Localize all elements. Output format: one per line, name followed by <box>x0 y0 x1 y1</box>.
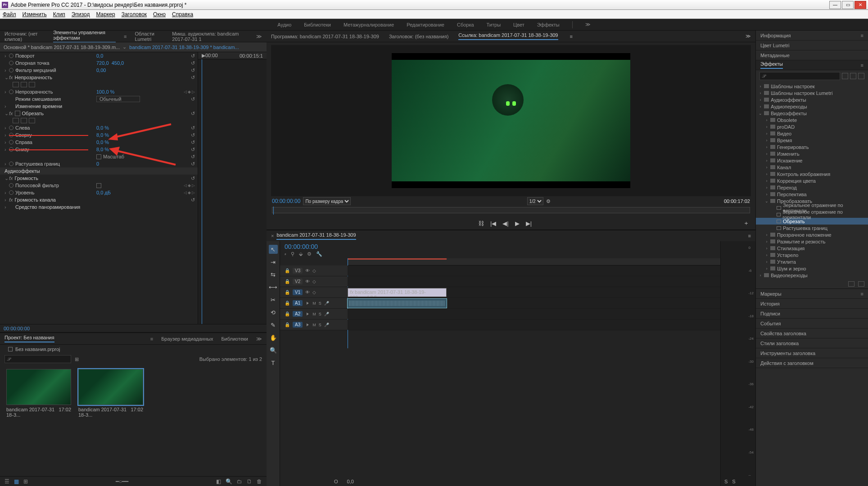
type-tool-icon[interactable]: T <box>269 358 278 367</box>
play-icon[interactable]: ▶ <box>515 220 520 227</box>
panel-menu-icon[interactable]: ≡ <box>570 34 573 39</box>
maximize-button[interactable]: ▭ <box>842 1 854 9</box>
new-item-icon[interactable]: 🗋 <box>247 478 252 485</box>
ws-assembly[interactable]: Сборка <box>457 22 474 27</box>
close-tab-icon[interactable]: × <box>271 233 274 238</box>
monitor-video[interactable] <box>392 53 630 188</box>
delete-icon[interactable]: 🗑 <box>257 478 262 485</box>
menu-window[interactable]: Окно <box>153 11 166 18</box>
program-playhead[interactable] <box>273 207 274 215</box>
find-icon[interactable]: 🔍 <box>226 478 232 485</box>
ec-playhead[interactable] <box>202 59 202 324</box>
crop-bottom-value[interactable]: 8,0 % <box>96 147 109 152</box>
ripple-tool-icon[interactable]: ⇆ <box>269 270 278 279</box>
project-item[interactable]: bandicam 2017-07-31 18-3...17:02 <box>78 369 143 418</box>
zoom-tool-icon[interactable]: 🔍 <box>269 346 278 355</box>
crop-top-value[interactable]: 8,0 % <box>96 132 109 138</box>
snap-icon[interactable]: ⸗ <box>285 251 286 257</box>
fx-toggle-icon[interactable] <box>15 111 20 116</box>
menu-edit[interactable]: Изменить <box>23 11 47 18</box>
ec-clip-link[interactable]: bandicam 2017-07-31 18-38-19-309 * bandi… <box>129 45 239 50</box>
ws-editing[interactable]: Редактирование <box>407 22 444 27</box>
linked-selection-icon[interactable]: ⚲ <box>291 251 294 257</box>
program-timecode[interactable]: 00:00:00:00 <box>272 198 300 204</box>
panel-menu-icon[interactable]: ≡ <box>748 233 751 238</box>
crop-right-value[interactable]: 0,0 % <box>96 140 109 145</box>
effects-search-input[interactable] <box>760 72 840 80</box>
solo-right[interactable]: S <box>732 479 735 484</box>
icon-view-icon[interactable]: ▦ <box>14 478 19 485</box>
bypass-checkbox[interactable] <box>96 183 101 188</box>
ec-keyframe-area[interactable]: ▶00:0000:00:15:1 <box>198 52 267 324</box>
audio-clip[interactable] <box>348 299 447 308</box>
track-select-tool-icon[interactable]: ⇥ <box>269 257 278 266</box>
ws-overflow-icon[interactable]: ≫ <box>585 22 591 27</box>
video-clip[interactable]: fx bandicam 2017-07-31 18-38-19-309.mp4 … <box>348 288 447 297</box>
close-button[interactable]: ✕ <box>854 1 866 9</box>
selection-tool-icon[interactable]: ↖ <box>269 245 278 254</box>
ws-metalogging[interactable]: Метажурналирование <box>344 22 394 27</box>
program-ruler[interactable] <box>272 207 750 213</box>
zoom-fit-dropdown[interactable]: По размеру кадра <box>303 197 351 205</box>
menu-clip[interactable]: Клип <box>53 11 65 18</box>
fx-badge-accel-icon[interactable] <box>842 73 848 79</box>
hand-tool-icon[interactable]: ✋ <box>269 333 278 342</box>
tab-program[interactable]: Программа: bandicam 2017-07-31 18-38-19-… <box>271 34 379 39</box>
delete-icon[interactable] <box>858 281 864 287</box>
project-search-input[interactable] <box>5 355 71 363</box>
menu-title[interactable]: Заголовок <box>122 11 147 18</box>
timeline-ruler[interactable] <box>348 258 720 266</box>
tab-project[interactable]: Проект: Без названия <box>5 335 54 342</box>
tabs-overflow-icon[interactable]: ≫ <box>256 33 262 40</box>
stopwatch-icon[interactable] <box>9 54 14 58</box>
ws-color[interactable]: Цвет <box>513 22 524 27</box>
lock-icon[interactable]: 🔒 <box>285 268 290 273</box>
toggle-output-icon[interactable]: 👁 <box>305 268 310 273</box>
rolling-tool-icon[interactable]: ⟷ <box>269 283 278 292</box>
ellipse-mask-icon[interactable] <box>13 82 19 87</box>
menu-marker[interactable]: Маркер <box>96 11 115 18</box>
pen-tool-icon[interactable]: ✎ <box>269 320 278 329</box>
fx-badge-yuv-icon[interactable] <box>858 73 864 79</box>
settings-icon[interactable]: ⚙ <box>307 251 312 257</box>
razor-tool-icon[interactable]: ✂ <box>269 295 278 304</box>
goto-in-icon[interactable]: |◀ <box>490 220 496 227</box>
blend-mode-dropdown[interactable]: Обычный <box>96 96 140 102</box>
rect-mask-icon[interactable] <box>21 82 27 87</box>
new-bin-icon[interactable] <box>848 281 854 287</box>
wrench-icon[interactable]: 🔧 <box>316 251 322 257</box>
tab-libraries[interactable]: Библиотеки <box>221 336 248 342</box>
tab-lumetri-scopes[interactable]: Области Lumetri <box>135 31 164 42</box>
ec-ruler[interactable]: ▶00:0000:00:15:1 <box>198 52 267 59</box>
tab-reference[interactable]: Ссылка: bandicam 2017-07-31 18-38-19-309 <box>458 32 558 40</box>
goto-out-icon[interactable]: ▶| <box>526 220 532 227</box>
marker-icon[interactable]: ⬙ <box>299 251 303 257</box>
new-bin-icon[interactable]: ⊞ <box>75 356 79 362</box>
menu-file[interactable]: Файл <box>3 11 16 18</box>
ws-libraries[interactable]: Библиотеки <box>304 22 331 27</box>
reset-icon[interactable]: ↺ <box>191 53 195 59</box>
crop-left-value[interactable]: 0,0 % <box>96 125 109 130</box>
slip-tool-icon[interactable]: ⟲ <box>269 308 278 317</box>
project-item[interactable]: bandicam 2017-07-31 18-3...17:02 <box>6 369 71 418</box>
zoom-slider[interactable]: ━○━━ <box>116 478 128 485</box>
pen-mask-icon[interactable] <box>29 82 35 87</box>
ws-audio[interactable]: Аудио <box>277 22 291 27</box>
ec-timecode[interactable]: 00:00:00:00 <box>0 324 267 332</box>
list-view-icon[interactable]: ☰ <box>5 478 9 485</box>
panel-menu-icon[interactable]: ≡ <box>124 34 127 39</box>
track-a1-target[interactable]: A1 <box>293 300 303 306</box>
settings-icon[interactable]: ⚙ <box>546 198 551 204</box>
new-bin-icon[interactable]: 🗀 <box>237 478 242 485</box>
tab-source[interactable]: Источник: (нет клипов) <box>5 31 45 42</box>
minimize-button[interactable]: — <box>829 1 841 9</box>
fx-badge-32bit-icon[interactable] <box>850 73 856 79</box>
tab-audio-mixer[interactable]: Микш. аудиоклипа: bandicam 2017-07-31 1 <box>172 31 248 42</box>
sequence-tab[interactable]: bandicam 2017-07-31 18-38-19-309 <box>276 232 356 240</box>
tab-title[interactable]: Заголовок: (без названия) <box>389 34 448 39</box>
ws-titles[interactable]: Титры <box>487 22 501 27</box>
freeform-view-icon[interactable]: ⊞ <box>23 478 28 485</box>
menu-sequence[interactable]: Эпизод <box>72 11 90 18</box>
timeline-timecode[interactable]: 00:00:00:00 <box>285 243 716 250</box>
work-area-bar[interactable] <box>348 258 447 260</box>
